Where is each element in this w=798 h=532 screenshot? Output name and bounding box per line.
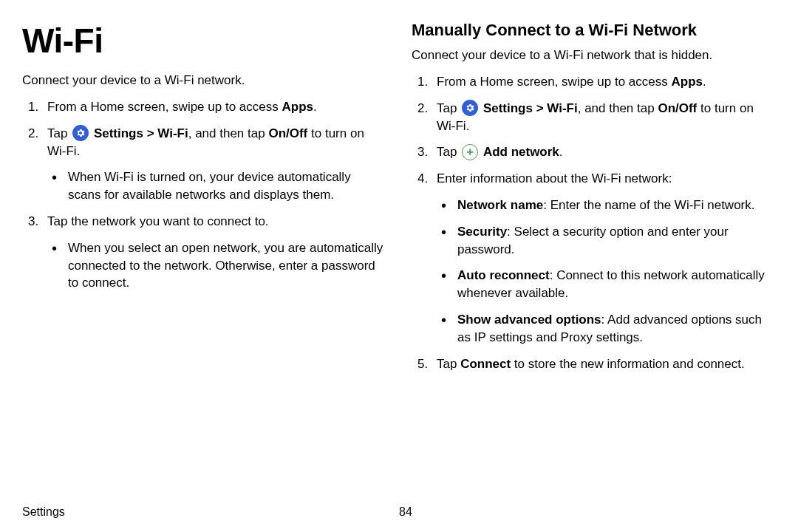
step-3-sub: When you select an open network, you are… (47, 239, 386, 292)
settings-icon (72, 125, 89, 141)
column-left: Wi-Fi Connect your device to a Wi-Fi net… (22, 21, 386, 498)
step-4: Enter information about the Wi-Fi networ… (412, 170, 776, 346)
steps-list: From a Home screen, swipe up to access A… (22, 98, 386, 292)
intro-text: Connect your device to a Wi-Fi network. (22, 72, 386, 89)
intro-text: Connect your device to a Wi-Fi network t… (412, 47, 776, 64)
step-3: Tap the network you want to connect to. … (22, 213, 386, 292)
step-3: Tap + Add network. (412, 143, 776, 161)
section-title: Manually Connect to a Wi-Fi Network (412, 21, 776, 40)
step-2-sub: When Wi-Fi is turned on, your device aut… (47, 168, 386, 204)
step-4-advanced: Show advanced options: Add advanced opti… (437, 311, 776, 347)
step-4-security: Security: Select a security option and e… (437, 223, 776, 259)
step-2: Tap Settings > Wi-Fi, and then tap On/Of… (22, 125, 386, 204)
steps-list: From a Home screen, swipe up to access A… (412, 73, 776, 372)
step-1: From a Home screen, swipe up to access A… (22, 98, 386, 116)
footer-section-label: Settings (22, 505, 399, 519)
add-icon: + (462, 144, 478, 160)
step-4-auto-reconnect: Auto reconnect: Connect to this network … (437, 267, 776, 302)
column-right: Manually Connect to a Wi-Fi Network Conn… (412, 21, 776, 498)
step-2: Tap Settings > Wi-Fi, and then tap On/Of… (412, 100, 776, 135)
footer-page-number: 84 (399, 505, 412, 519)
step-4-network-name: Network name: Enter the name of the Wi-F… (437, 197, 776, 214)
page-title: Wi-Fi (22, 21, 386, 61)
settings-icon (462, 100, 478, 116)
step-5: Tap Connect to store the new information… (412, 355, 776, 373)
step-1: From a Home screen, swipe up to access A… (412, 73, 776, 91)
page-footer: Settings 84 (22, 498, 776, 519)
